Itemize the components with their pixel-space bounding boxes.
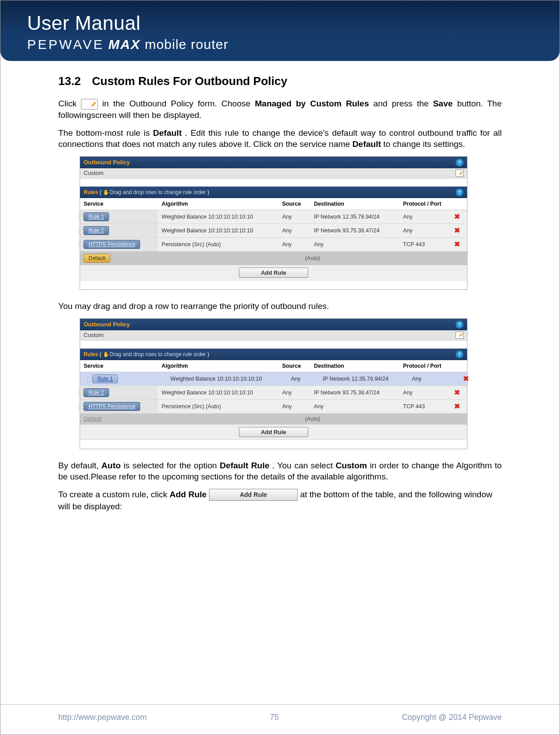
- cell-protocol: TCP 443: [399, 237, 447, 251]
- col-source: Source: [278, 360, 310, 372]
- panel-title-label: Outbound Policy: [84, 159, 130, 166]
- header-title: User Manual: [27, 12, 533, 34]
- add-rule-button[interactable]: Add Rule: [239, 427, 308, 437]
- rules-label: Rules: [84, 189, 98, 195]
- table-row[interactable]: Rule 1 Weighted Balance 10:10:10:10:10:1…: [80, 210, 467, 223]
- cell-destination: Any: [310, 399, 399, 413]
- rules-label: Rules: [84, 351, 98, 357]
- add-rule-row: Add Rule: [80, 265, 467, 280]
- paragraph-2: The bottom-most rule is Default . Edit t…: [58, 127, 502, 150]
- cell-destination: IP Network 93.75.38.47/24: [310, 223, 399, 237]
- col-destination: Destination: [310, 198, 399, 210]
- custom-label: Custom: [84, 170, 104, 176]
- table-row-dragging[interactable]: Rule 1 Weighted Balance 10:10:10:10:10:1…: [80, 372, 467, 386]
- help-icon[interactable]: ?: [455, 188, 463, 196]
- custom-label: Custom: [84, 332, 104, 338]
- table-row[interactable]: Rule 2 Weighted Balance 10:10:10:10:10:1…: [80, 223, 467, 237]
- cell-source: Any: [278, 223, 310, 237]
- cell-source: Any: [278, 386, 310, 399]
- cell-algorithm: Weighted Balance 10:10:10:10:10:10: [158, 386, 278, 399]
- cell-algorithm: Persistence (Src) (Auto): [158, 399, 278, 413]
- footer-page-number: 75: [270, 713, 279, 722]
- default-row[interactable]: Default (Auto): [80, 413, 467, 424]
- col-algorithm: Algorithm: [158, 198, 278, 210]
- table-row[interactable]: HTTPS Persistence Persistence (Src) (Aut…: [80, 237, 467, 251]
- add-rule-button[interactable]: Add Rule: [239, 268, 308, 278]
- cell-source: Any: [278, 399, 310, 413]
- paragraph-3: You may drag and drop a row to rearrange…: [58, 300, 502, 312]
- section-heading: 13.2 Custom Rules For Outbound Policy: [58, 74, 502, 88]
- help-icon[interactable]: ?: [455, 158, 463, 166]
- cell-destination: IP Network 93.75.38.47/24: [310, 386, 399, 399]
- rules-table-dragging: Service Algorithm Source Destination Pro…: [80, 360, 467, 440]
- table-header-row: Service Algorithm Source Destination Pro…: [80, 360, 467, 372]
- delete-icon[interactable]: ✖: [450, 388, 463, 397]
- cell-destination: IP Network 12.35.78.94/24: [323, 376, 389, 382]
- page-content: 13.2 Custom Rules For Outbound Policy Cl…: [0, 61, 560, 512]
- panel-title-label: Outbound Policy: [84, 321, 130, 328]
- page-footer: http://www.pepwave.com 75 Copyright @ 20…: [0, 704, 560, 722]
- section-number: 13.2: [58, 74, 81, 88]
- rule-link[interactable]: Rule 2: [84, 388, 109, 397]
- rules-title-bar: Rules ( ✋ Drag and drop rows to change r…: [80, 187, 467, 198]
- custom-row: Custom: [80, 168, 467, 179]
- rules-title-bar: Rules ( ✋ Drag and drop rows to change r…: [80, 349, 467, 360]
- product-max: MAX: [108, 37, 141, 52]
- cell-protocol: Any: [399, 223, 447, 237]
- paragraph-4: By default, Auto is selected for the opt…: [58, 460, 502, 483]
- help-icon[interactable]: ?: [455, 350, 463, 358]
- cell-destination: Any: [310, 237, 399, 251]
- grab-icon: ✋: [103, 351, 108, 357]
- col-protocol: Protocol / Port: [399, 198, 447, 210]
- col-destination: Destination: [310, 360, 399, 372]
- delete-icon[interactable]: ✖: [450, 240, 463, 248]
- help-icon[interactable]: ?: [455, 321, 463, 329]
- delete-icon[interactable]: ✖: [450, 212, 463, 221]
- panel-title-outbound: Outbound Policy ?: [80, 319, 467, 330]
- edit-icon[interactable]: [455, 170, 463, 177]
- cell-protocol: Any: [412, 376, 422, 382]
- col-delete: [447, 198, 467, 210]
- rule-link[interactable]: HTTPS Persistence: [84, 402, 140, 411]
- panel-title-outbound: Outbound Policy ?: [80, 157, 467, 168]
- col-service: Service: [80, 360, 158, 372]
- rule-link[interactable]: Rule 1: [84, 212, 109, 221]
- add-rule-button-inline[interactable]: Add Rule: [209, 489, 298, 501]
- rule-link[interactable]: Rule 1: [93, 374, 118, 383]
- paragraph-5: To create a custom rule, click Add Rule …: [58, 489, 502, 512]
- document-header: User Manual PEPWAVE MAX mobile router: [0, 0, 560, 61]
- grab-icon: ✋: [103, 189, 108, 195]
- col-delete: [447, 360, 467, 372]
- cell-algorithm: Weighted Balance 10:10:10:10:10:10: [170, 376, 262, 382]
- rules-table: Service Algorithm Source Destination Pro…: [80, 198, 467, 280]
- col-protocol: Protocol / Port: [399, 360, 447, 372]
- delete-icon[interactable]: ✖: [450, 226, 463, 235]
- edit-icon: [81, 99, 98, 110]
- edit-icon[interactable]: [455, 332, 463, 339]
- cell-destination: IP Network 12.35.78.94/24: [310, 210, 399, 223]
- screenshot-outbound-policy-1: Outbound Policy ? Custom Rules ( ✋ Drag …: [80, 156, 467, 290]
- rule-link[interactable]: Rule 2: [84, 226, 109, 235]
- rules-hint: Drag and drop rows to change rule order: [110, 351, 206, 357]
- table-row[interactable]: Rule 2 Weighted Balance 10:10:10:10:10:1…: [80, 386, 467, 399]
- cell-algorithm: Weighted Balance 10:10:10:10:10:10: [158, 210, 278, 223]
- delete-icon[interactable]: ✖: [450, 402, 463, 410]
- default-rule-button[interactable]: Default: [84, 254, 110, 263]
- default-rule-label[interactable]: Default: [80, 413, 158, 424]
- section-title: Custom Rules For Outbound Policy: [92, 74, 287, 88]
- default-auto: (Auto): [158, 413, 467, 424]
- col-service: Service: [80, 198, 158, 210]
- footer-url: http://www.pepwave.com: [58, 713, 147, 722]
- default-row[interactable]: Default (Auto): [80, 251, 467, 265]
- delete-icon[interactable]: ✖: [459, 374, 472, 383]
- cell-protocol: TCP 443: [399, 399, 447, 413]
- cell-source: Any: [291, 376, 301, 382]
- rule-link[interactable]: HTTPS Persistence: [84, 240, 140, 249]
- custom-row: Custom: [80, 330, 467, 341]
- table-row[interactable]: HTTPS Persistence Persistence (Src) (Aut…: [80, 399, 467, 413]
- paragraph-1: Click in the Outbound Policy form. Choos…: [58, 98, 502, 121]
- rules-hint: Drag and drop rows to change rule order: [110, 189, 206, 195]
- cell-protocol: Any: [399, 386, 447, 399]
- add-rule-row: Add Rule: [80, 424, 467, 439]
- header-subtitle: PEPWAVE MAX mobile router: [27, 37, 533, 52]
